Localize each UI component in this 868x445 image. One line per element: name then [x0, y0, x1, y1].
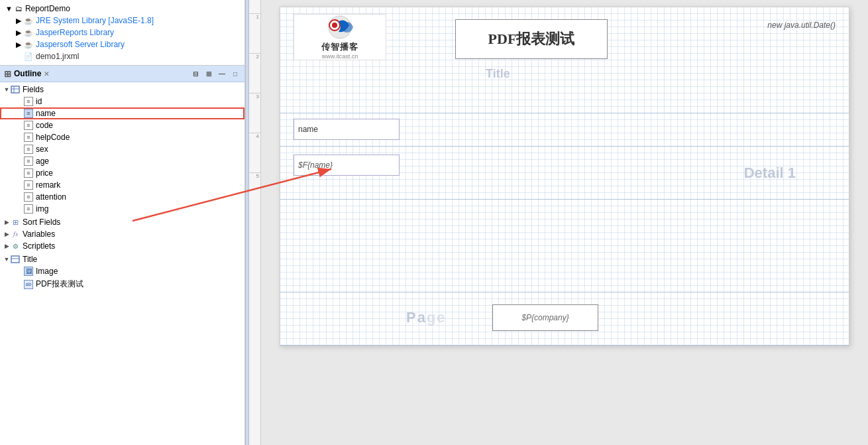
detail-name-field: $F{name}	[298, 160, 333, 170]
title-section-outline: ▼ Title 🖼 Image ab	[0, 252, 244, 292]
field-id[interactable]: ≡ id	[0, 95, 244, 107]
date-expr: new java.util.Date()	[767, 21, 836, 30]
field-attention[interactable]: ≡ attention	[0, 191, 244, 203]
title-box[interactable]: PDF报表测试	[455, 19, 608, 59]
outline-scroll-container[interactable]: ▼ Fields ≡ id	[0, 82, 244, 292]
scriptlets-expand[interactable]: ▶	[3, 242, 11, 250]
svg-rect-3	[11, 256, 19, 263]
ruler-left: 1 2 3 4 5	[249, 0, 261, 445]
maximize-icon[interactable]: □	[230, 68, 241, 79]
title-pdf-icon: ab	[24, 280, 33, 289]
outline-header: ⊞ Outline ✕ ⊟ ⊞ — □	[0, 66, 244, 82]
page-num-box[interactable]: $P{company}	[492, 304, 598, 331]
minimize-icon[interactable]: —	[217, 68, 227, 79]
title-pdf-text: PDF报表测试	[36, 279, 83, 290]
title-group[interactable]: ▼ Title	[0, 253, 244, 265]
collapse-all-icon[interactable]: ⊟	[190, 68, 201, 79]
footer-section: Page $P{company}	[280, 292, 849, 346]
scriptlets-icon: ⚙	[11, 241, 20, 251]
logo-inner: 传智播客 www.itcast.cn	[321, 15, 358, 60]
jre-expand: ▶	[16, 17, 21, 25]
sort-fields-group[interactable]: ▶ ⊞ Sort Fields	[0, 216, 244, 228]
sort-fields-expand[interactable]: ▶	[3, 218, 11, 226]
project-tree: ▼ 🗂 ReportDemo ▶ ☕ JRE System Library [J…	[0, 0, 244, 66]
page-watermark: Page	[406, 309, 447, 326]
root-label: ReportDemo	[25, 4, 70, 13]
fields-group-icon	[11, 85, 20, 94]
summary-section	[280, 200, 849, 292]
svg-point-7	[332, 23, 337, 28]
detail-name-cell[interactable]: $F{name}	[294, 155, 400, 176]
sort-fields-label: Sort Fields	[23, 218, 60, 227]
tree-jre[interactable]: ▶ ☕ JRE System Library [JavaSE-1.8]	[0, 15, 244, 27]
field-sex[interactable]: ≡ sex	[0, 143, 244, 155]
tree-demo1[interactable]: 📄 demo1.jrxml	[0, 50, 244, 62]
field-helpcode[interactable]: ≡ helpCode	[0, 131, 244, 143]
page-num-expr: $P{company}	[521, 313, 569, 322]
demo1-label: demo1.jrxml	[36, 52, 79, 61]
col-header-name[interactable]: name	[294, 119, 400, 140]
field-sex-label: sex	[36, 145, 48, 154]
ruler-mark-1: 1	[249, 13, 260, 53]
canvas-area[interactable]: 传智播客 www.itcast.cn PDF报表测试 Title new jav…	[261, 0, 868, 445]
tree-jaspersoft[interactable]: ▶ ☕ Jaspersoft Server Library	[0, 38, 244, 50]
scriptlets-group[interactable]: ▶ ⚙ Scriptlets	[0, 240, 244, 252]
field-age-icon: ≡	[24, 157, 33, 166]
title-group-label: Title	[23, 255, 37, 264]
field-name-icon: ≡	[24, 109, 33, 118]
field-attention-icon: ≡	[24, 192, 33, 202]
jasper-reports-label: JasperReports Library	[36, 28, 114, 37]
ruler-mark-3: 3	[249, 93, 260, 133]
tree-jasper-reports[interactable]: ▶ ☕ JasperReports Library	[0, 27, 244, 38]
expand-all-icon[interactable]: ⊞	[203, 68, 214, 79]
variables-expand[interactable]: ▶	[3, 230, 11, 238]
fields-group[interactable]: ▼ Fields	[0, 84, 244, 95]
field-age-label: age	[36, 157, 49, 166]
date-box[interactable]: new java.util.Date()	[767, 21, 836, 30]
field-price[interactable]: ≡ price	[0, 167, 244, 179]
fields-section: ▼ Fields ≡ id	[0, 82, 244, 216]
field-code-icon: ≡	[24, 121, 33, 130]
tree-root[interactable]: ▼ 🗂 ReportDemo	[0, 3, 244, 15]
right-panel: 1 2 3 4 5	[249, 0, 868, 445]
variables-icon: 𝑓𝑥	[11, 229, 20, 239]
field-code[interactable]: ≡ code	[0, 119, 244, 131]
left-panel: ▼ 🗂 ReportDemo ▶ ☕ JRE System Library [J…	[0, 0, 245, 445]
ruler-mark-4: 4	[249, 133, 260, 172]
field-price-icon: ≡	[24, 168, 33, 178]
field-age[interactable]: ≡ age	[0, 155, 244, 167]
expand-icon: ▼	[5, 5, 13, 13]
field-img-icon: ≡	[24, 204, 33, 214]
field-id-label: id	[36, 97, 42, 106]
fields-label: Fields	[23, 85, 44, 94]
title-pdf-label[interactable]: ab PDF报表测试	[0, 277, 244, 291]
field-name[interactable]: ≡ name	[0, 107, 244, 119]
field-remark[interactable]: ≡ remark	[0, 179, 244, 191]
col-header-name-text: name	[298, 125, 318, 134]
field-remark-icon: ≡	[24, 180, 33, 190]
logo-area: 传智播客 www.itcast.cn	[294, 14, 386, 60]
ruler-mark-2: 2	[249, 53, 260, 93]
logo-text: 传智播客	[321, 41, 358, 53]
field-img[interactable]: ≡ img	[0, 203, 244, 215]
detail-section: $F{name} Detail 1	[280, 147, 849, 200]
title-group-icon	[11, 255, 20, 264]
title-expand[interactable]: ▼	[3, 255, 11, 263]
field-code-label: code	[36, 121, 53, 130]
field-img-label: img	[36, 204, 48, 214]
title-image-icon: 🖼	[24, 267, 33, 276]
field-helpcode-icon: ≡	[24, 133, 33, 142]
title-image[interactable]: 🖼 Image	[0, 265, 244, 277]
variables-group[interactable]: ▶ 𝑓𝑥 Variables	[0, 228, 244, 240]
field-price-label: price	[36, 168, 53, 178]
scriptlets-label: Scriptlets	[23, 241, 55, 251]
report-canvas: 传智播客 www.itcast.cn PDF报表测试 Title new jav…	[280, 7, 849, 346]
field-id-icon: ≡	[24, 97, 33, 106]
logo-svg	[324, 15, 356, 40]
svg-rect-0	[11, 86, 19, 93]
field-sex-icon: ≡	[24, 145, 33, 154]
jaspersoft-expand: ▶	[16, 40, 21, 49]
column-header-section: name	[280, 113, 849, 147]
jre-label: JRE System Library [JavaSE-1.8]	[36, 16, 154, 25]
fields-expand[interactable]: ▼	[3, 86, 11, 94]
